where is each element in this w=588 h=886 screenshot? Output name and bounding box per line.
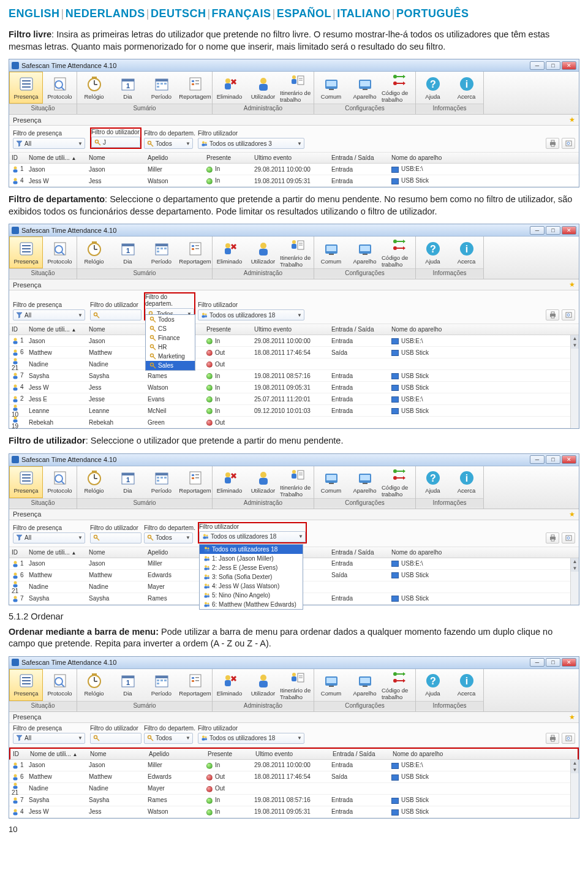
filter-futil-select[interactable]: Todos os utilizadores 18▼: [198, 733, 304, 744]
col-ultimo[interactable]: Ultimo evento: [252, 153, 329, 163]
table-row[interactable]: 7 SayshaSayshaRames In 19.08.2011 08:57:…: [9, 370, 570, 382]
filter-presence-select[interactable]: All▼: [13, 138, 85, 149]
col-nome[interactable]: Nome: [88, 749, 146, 759]
toolbar-eliminado[interactable]: Eliminado: [213, 669, 246, 701]
col-id[interactable]: ID: [9, 324, 26, 335]
toolbar-aparelho[interactable]: Aparelho: [348, 72, 382, 104]
toolbar-periodo[interactable]: Período: [145, 72, 178, 104]
toolbar-presenca[interactable]: Presença: [9, 72, 43, 104]
lang-english[interactable]: ENGLISH: [9, 7, 60, 20]
toolbar-eliminado[interactable]: Eliminado: [213, 72, 246, 104]
toolbar-codigo[interactable]: Código de trabalho: [382, 466, 415, 498]
toolbar-relogio[interactable]: Relógio: [77, 669, 111, 701]
col-id[interactable]: ID: [10, 749, 28, 759]
user-option[interactable]: 4: Jess W (Jass Watson): [200, 581, 303, 591]
close-button[interactable]: ✕: [562, 455, 576, 464]
toolbar-reportagem[interactable]: Reportagem: [178, 669, 212, 701]
col-ultimo[interactable]: Ultimo evento: [253, 749, 330, 759]
toolbar-aparelho[interactable]: Aparelho: [348, 669, 382, 701]
lang-nederlands[interactable]: NEDERLANDS: [66, 7, 145, 20]
col-nome-util[interactable]: Nome de utili... ▲: [26, 324, 86, 335]
lang-español[interactable]: ESPAÑOL: [277, 7, 331, 20]
scrollbar[interactable]: ▲▼: [570, 335, 579, 428]
user-option[interactable]: 2: Jess E (Jesse Evens): [200, 563, 303, 572]
table-row[interactable]: 1 JasonJasonMiller In 29.08.2011 10:00:0…: [9, 164, 579, 175]
table-row[interactable]: 6 MatthewMatthewEdwards Out 18.08.2011 1…: [9, 771, 570, 783]
table-row[interactable]: 4 Jess WJessWatson In 19.08.2011 09:05:3…: [9, 175, 579, 187]
col-aparelho[interactable]: Nome do aparelho: [389, 547, 475, 558]
toolbar-presenca[interactable]: Presença: [9, 237, 43, 268]
dept-option[interactable]: Finance: [146, 333, 195, 343]
toolbar-reportagem[interactable]: Reportagem: [178, 72, 212, 104]
table-row[interactable]: 21 NadineNadineMayer Out: [9, 783, 570, 795]
minimize-button[interactable]: ─: [530, 658, 545, 667]
filter-presence-select[interactable]: All▼: [13, 733, 85, 744]
col-presente[interactable]: Presente: [205, 749, 253, 759]
toolbar-relogio[interactable]: Relógio: [77, 72, 111, 104]
favorite-icon[interactable]: ★: [569, 713, 575, 721]
filter-user-input[interactable]: [90, 733, 141, 744]
filter-presence-select[interactable]: All▼: [13, 309, 85, 320]
toolbar-protocolo[interactable]: Protocolo: [43, 669, 77, 701]
tab-presenca[interactable]: Presença: [13, 713, 41, 721]
toolbar-acerca[interactable]: iAcerca: [450, 669, 483, 701]
toolbar-reportagem[interactable]: Reportagem: [178, 237, 212, 268]
col-nome-util[interactable]: Nome de utili... ▲: [28, 749, 88, 759]
toolbar-comum[interactable]: Comum: [314, 237, 348, 268]
lang-français[interactable]: FRANÇAIS: [212, 7, 271, 20]
lang-português[interactable]: PORTUGUÊS: [396, 7, 469, 20]
scrollbar[interactable]: ▲▼: [570, 760, 579, 818]
table-row[interactable]: 7 SayshaSayshaRames In 19.08.2011 08:57:…: [9, 795, 570, 806]
maximize-button[interactable]: □: [546, 226, 560, 235]
dept-option[interactable]: HR: [146, 343, 195, 352]
col-presente[interactable]: Presente: [204, 324, 252, 335]
toolbar-reportagem[interactable]: Reportagem: [178, 466, 212, 498]
dept-option[interactable]: Marketing: [146, 352, 195, 361]
toolbar-dia[interactable]: 1Dia: [111, 466, 145, 498]
print-button[interactable]: [546, 138, 559, 149]
toolbar-utilizador[interactable]: Utilizador: [246, 237, 280, 268]
user-option[interactable]: 5: Nino (Nino Angelo): [200, 591, 303, 600]
toolbar-relogio[interactable]: Relógio: [77, 466, 111, 498]
col-aparelho[interactable]: Nome do aparelho: [389, 153, 475, 163]
preview-button[interactable]: [562, 733, 575, 744]
user-option[interactable]: 1: Jason (Jason Miller): [200, 554, 303, 563]
col-aparelho[interactable]: Nome do aparelho: [389, 324, 475, 335]
filter-dept-select[interactable]: Todos▼: [144, 138, 193, 149]
table-row[interactable]: 2 Jess EJesseEvans In 25.07.2011 11:20:0…: [9, 393, 570, 405]
filter-presence-select[interactable]: All▼: [13, 532, 85, 543]
preview-button[interactable]: [562, 309, 575, 320]
filter-futil-select[interactable]: Todos os utilizadores 18▼: [199, 531, 306, 542]
toolbar-itinerario[interactable]: Itinerário de Trabalho: [280, 669, 314, 701]
maximize-button[interactable]: □: [546, 658, 560, 667]
col-nome[interactable]: Nome: [86, 547, 145, 558]
tab-presenca[interactable]: Presença: [13, 281, 41, 289]
filter-user-input[interactable]: [90, 532, 141, 543]
col-apelido[interactable]: Apelido: [145, 547, 204, 558]
filter-user-input[interactable]: J: [91, 137, 140, 148]
favorite-icon[interactable]: ★: [569, 116, 575, 124]
col-nome[interactable]: Nome: [86, 324, 145, 335]
toolbar-ajuda[interactable]: ?Ajuda: [416, 72, 450, 104]
toolbar-aparelho[interactable]: Aparelho: [348, 466, 382, 498]
dept-option[interactable]: Todos: [146, 315, 195, 324]
toolbar-eliminado[interactable]: Eliminado: [213, 466, 246, 498]
toolbar-ajuda[interactable]: ?Ajuda: [416, 669, 450, 701]
close-button[interactable]: ✕: [562, 658, 576, 667]
col-nome-util[interactable]: Nome de utili... ▲: [26, 547, 86, 558]
toolbar-periodo[interactable]: Período: [145, 669, 178, 701]
toolbar-codigo[interactable]: Código de trabalho: [382, 669, 415, 701]
table-row[interactable]: 6 MatthewMatthewEdwards Out 18.08.2011 1…: [9, 347, 570, 358]
lang-italiano[interactable]: ITALIANO: [337, 7, 391, 20]
col-apelido[interactable]: Apelido: [145, 153, 204, 163]
col-ultimo[interactable]: Ultimo evento: [252, 324, 329, 335]
favorite-icon[interactable]: ★: [569, 510, 575, 518]
toolbar-acerca[interactable]: iAcerca: [450, 72, 483, 104]
toolbar-dia[interactable]: 1Dia: [111, 72, 145, 104]
filter-futil-select[interactable]: Todos os utilizadores 3▼: [198, 138, 304, 149]
col-nome-util[interactable]: Nome de utili... ▲: [26, 153, 86, 163]
table-row[interactable]: 4 Jess WJessWatson In 19.08.2011 09:05:3…: [9, 806, 570, 818]
toolbar-comum[interactable]: Comum: [314, 669, 348, 701]
filter-dept-select[interactable]: Todos▼: [144, 532, 193, 543]
filter-user-input[interactable]: [90, 309, 141, 320]
